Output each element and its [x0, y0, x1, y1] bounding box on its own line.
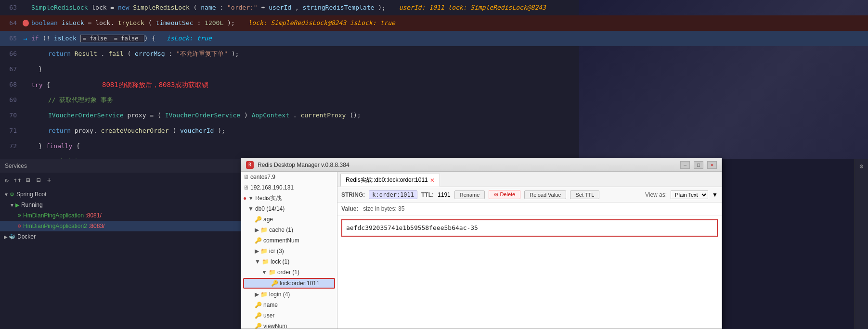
redis-arrow: ▼: [248, 195, 254, 202]
expand-arrow: ▼: [4, 192, 9, 197]
debug-value-64: lock: SimpleRedisLock@8243 isLock: true: [248, 19, 395, 26]
rdm-folder-icr[interactable]: ▶ 📁 icr (3): [241, 246, 337, 256]
line-content: try { 8081的锁释放后，8083成功获取锁: [29, 77, 868, 93]
lock-order-label: lock:order:1011: [280, 280, 320, 287]
rdm-server-centos[interactable]: 🖥 centos7.9: [241, 172, 337, 182]
commentnum-label: commentNum: [263, 237, 299, 244]
rdm-body: 🖥 centos7.9 🖥 192.168.190.131 ● ▼ Redis实…: [241, 172, 722, 329]
line-content: SimpleRedisLock lock = new SimpleRedisLo…: [29, 0, 868, 15]
filter-icon[interactable]: ⊟: [34, 176, 43, 184]
setttl-button[interactable]: Set TTL: [570, 190, 599, 199]
server-centos-label: centos7.9: [250, 174, 275, 180]
key-pill: k:order:1011: [369, 190, 417, 199]
rdm-value-box[interactable]: aefdc392035741e1b59558feee5b64ac-35: [341, 219, 718, 237]
rdm-tab-close[interactable]: ✕: [430, 177, 435, 184]
delete-button[interactable]: ⊗ Delete: [489, 190, 520, 199]
key-icon: 🔑: [255, 216, 262, 223]
rdm-key-user[interactable]: 🔑 user: [241, 310, 337, 321]
debug-value-63: userId: 1011 lock: SimpleRedisLock@8243: [399, 4, 546, 11]
code-line-72: 72 } finally {: [0, 139, 868, 154]
tree-springboot[interactable]: ▼ ⚙ Spring Boot: [0, 189, 241, 200]
value-label: Value:: [341, 205, 358, 212]
rdm-folder-lock[interactable]: ▼ 📁 lock (1): [241, 256, 337, 267]
line-content: return Result . fail ( errorMsg : "不允许重复…: [29, 46, 868, 62]
string-label: STRING:: [341, 191, 365, 198]
cache-label: cache (1): [269, 227, 293, 233]
redis-server-label: Redis实战: [255, 194, 282, 202]
rdm-key-viewnum[interactable]: 🔑 viewNum: [241, 321, 337, 329]
code-line-66: 66 return Result . fail ( errorMsg : "不允…: [0, 46, 868, 62]
close-button[interactable]: ✕: [707, 161, 717, 169]
line-number: 73: [0, 154, 22, 159]
folder-icon: 📁: [260, 227, 268, 233]
rdm-key-lock-order[interactable]: 🔑 lock:order:1011: [243, 278, 335, 289]
line-number: 71: [0, 123, 22, 139]
server-icon-2: 🖥: [243, 184, 249, 191]
code-line-63: 63 SimpleRedisLock lock = new SimpleRedi…: [0, 0, 868, 15]
value-size: size in bytes: 35: [363, 205, 404, 212]
line-number: 68: [0, 77, 22, 92]
user-label: user: [263, 312, 274, 319]
tree-app-8083[interactable]: ⚙ HmDianPingApplication2 :8083/: [0, 221, 241, 231]
db0-label: db0 (14/14): [255, 205, 285, 212]
line-number: 67: [0, 62, 22, 77]
line-number: 65: [0, 31, 22, 46]
rename-button[interactable]: Rename: [454, 190, 485, 199]
rdm-title: Redis Desktop Manager v.0.8.8.384: [258, 162, 676, 168]
ttl-value: 1191: [438, 191, 451, 198]
folder-icon-3: 📁: [262, 258, 269, 265]
docker-label: Docker: [17, 233, 36, 240]
up-icon[interactable]: ↑↑: [13, 176, 22, 184]
expand-arrow: ▼: [10, 202, 14, 208]
refresh-icon[interactable]: ↻: [2, 176, 11, 184]
rdm-folder-cache[interactable]: ▶ 📁 cache (1): [241, 225, 337, 235]
line-content: IVoucherOrderService proxy = ( IVoucherO…: [29, 108, 868, 123]
rdm-folder-login[interactable]: ▶ 📁 login (4): [241, 289, 337, 300]
code-editor: 63 SimpleRedisLock lock = new SimpleRedi…: [0, 0, 868, 159]
key-icon-4: 🔑: [255, 302, 262, 308]
code-line-64: 64 boolean isLock = lock. tryLock ( time…: [0, 15, 868, 31]
code-line-71: 71 return proxy. createVoucherOrder ( vo…: [0, 123, 868, 139]
settings-icon[interactable]: ⚙: [856, 161, 867, 171]
reload-button[interactable]: Reload Value: [524, 190, 566, 199]
rdm-tree-panel: 🖥 centos7.9 🖥 192.168.190.131 ● ▼ Redis实…: [241, 172, 337, 329]
tree-docker[interactable]: ▶ 🐳 Docker: [0, 231, 241, 242]
code-line-68: 68 try { 8081的锁释放后，8083成功获取锁: [0, 77, 868, 92]
rdm-tab-label: Redis实战::db0::lock:order:1011: [346, 176, 428, 184]
code-line-70: 70 IVoucherOrderService proxy = ( IVouch…: [0, 108, 868, 123]
gutter-breakpoint: [22, 20, 29, 26]
current-line-arrow: →: [23, 31, 27, 46]
minimize-button[interactable]: —: [680, 161, 690, 169]
rdm-content-panel: Redis实战::db0::lock:order:1011 ✕ STRING: …: [337, 172, 722, 329]
rdm-db0[interactable]: ▼ db0 (14/14): [241, 203, 337, 214]
tree-app-8081[interactable]: ⚙ HmDianPingApplication :8081/: [0, 210, 241, 221]
app-8081-label: HmDianPingApplication :8081/: [23, 212, 102, 219]
rdm-value-section: Value: size in bytes: 35: [337, 202, 722, 215]
rdm-server-redis[interactable]: ● ▼ Redis实战: [241, 193, 337, 203]
rdm-key-name[interactable]: 🔑 name: [241, 300, 337, 310]
tree-running[interactable]: ▼ ▶ Running: [0, 200, 241, 210]
app-8083-label: HmDianPingApplication2 :8083/: [23, 223, 104, 229]
key-icon-6: 🔑: [255, 323, 262, 329]
rdm-value-toolbar: STRING: k:order:1011 TTL: 1191 Rename ⊗ …: [337, 187, 722, 202]
line-number: 72: [0, 139, 22, 154]
running-label: Running: [21, 202, 43, 208]
tree-icon[interactable]: ⊞: [24, 176, 32, 184]
line-number: 70: [0, 108, 22, 123]
folder-arrow: ▶: [255, 227, 259, 233]
services-toolbar: ↻ ↑↑ ⊞ ⊟ +: [0, 173, 241, 187]
rdm-key-commentnum[interactable]: 🔑 commentNum: [241, 235, 337, 246]
line-number: 64: [0, 15, 22, 31]
maximize-button[interactable]: □: [694, 161, 703, 169]
right-sidebar: ⚙: [855, 159, 868, 329]
add-icon[interactable]: +: [45, 176, 53, 184]
lock-label: lock (1): [271, 258, 289, 265]
rdm-tab-lock-order[interactable]: Redis实战::db0::lock:order:1011 ✕: [340, 174, 440, 187]
view-as-select[interactable]: Plain Text: [671, 190, 708, 199]
name-label: name: [263, 302, 278, 308]
login-label: login (4): [269, 291, 290, 298]
rdm-key-age[interactable]: 🔑 age: [241, 214, 337, 225]
rdm-server-192[interactable]: 🖥 192.168.190.131: [241, 182, 337, 193]
rdm-folder-order[interactable]: ▼ 📁 order (1): [241, 267, 337, 278]
services-title: Services: [5, 163, 27, 169]
